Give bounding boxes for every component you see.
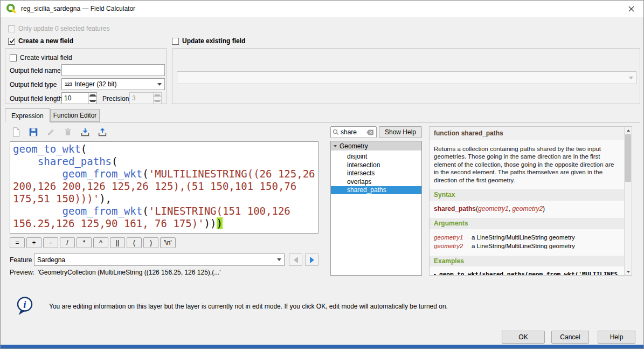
operator-power-button[interactable]: ^ — [93, 237, 108, 248]
previous-feature-button[interactable] — [289, 254, 302, 266]
preview-label: Preview: — [10, 269, 34, 276]
update-existing-field-checkbox[interactable]: Update existing field — [172, 37, 245, 45]
tree-item-label: shared_paths — [347, 186, 386, 194]
operator-newline-button[interactable]: '\n' — [160, 237, 176, 248]
syntax-paren: ) — [543, 205, 545, 213]
create-new-field-checkbox[interactable]: Create a new field — [8, 37, 73, 45]
expression-segment — [13, 155, 38, 167]
output-field-type-label: Output field type — [10, 81, 57, 88]
combo-value: Integer (32 bit) — [75, 80, 117, 88]
example-code: geom_to_wkt(shared_paths(geom_from_wkt('… — [439, 271, 620, 275]
checkbox-label: Update existing field — [182, 37, 245, 45]
expression-editor[interactable]: geom_to_wkt( shared_paths( geom_from_wkt… — [10, 141, 318, 234]
export-arrow-icon — [97, 127, 108, 138]
scroll-down-button[interactable] — [625, 268, 632, 275]
operator-plus-button[interactable]: + — [26, 237, 41, 248]
operator-divide-button[interactable]: / — [60, 237, 75, 248]
tab-expression[interactable]: Expression — [5, 108, 50, 122]
output-field-name-input[interactable] — [61, 64, 165, 76]
close-button[interactable] — [619, 1, 643, 17]
function-search-input[interactable] — [341, 128, 364, 136]
export-expression-button[interactable] — [95, 126, 109, 139]
clear-expression-button[interactable] — [9, 126, 23, 139]
preview-value: 'GeometryCollection (MultiLineString ((1… — [38, 269, 220, 276]
help-description: Returns a collection containing paths sh… — [434, 145, 620, 184]
tree-group-geometry[interactable]: Geometry — [331, 141, 421, 150]
checkbox-label: Only update 0 selected features — [18, 25, 109, 32]
spin-down-button[interactable] — [89, 98, 96, 104]
operator-concat-button[interactable]: || — [110, 237, 125, 248]
feature-select[interactable]: Sardegna — [34, 254, 285, 266]
syntax-arg2: geometry2 — [512, 205, 543, 213]
create-virtual-field-checkbox[interactable]: Create virtual field — [10, 53, 72, 62]
close-icon — [628, 6, 634, 12]
delete-expression-button[interactable] — [61, 126, 75, 139]
argument-description: a LineString/MultiLineString geometry — [472, 234, 575, 242]
checkbox-box — [172, 38, 179, 45]
title-bar[interactable]: reg_sicilia_sardegna — Field Calculator — [1, 1, 643, 17]
spin-up-button[interactable] — [89, 93, 96, 98]
operator-close-paren-button[interactable]: ) — [143, 237, 158, 248]
operator-minus-button[interactable]: - — [43, 237, 58, 248]
expand-triangle-icon — [334, 145, 337, 147]
edit-expression-button[interactable] — [44, 126, 58, 139]
output-field-type-select[interactable]: 123 Integer (32 bit) — [61, 78, 165, 90]
tab-function-editor[interactable]: Function Editor — [50, 109, 100, 122]
save-expression-button[interactable] — [26, 126, 40, 139]
expression-segment — [13, 168, 63, 180]
syntax-header: Syntax — [430, 189, 624, 201]
scrollbar-thumb[interactable] — [625, 134, 631, 182]
help-scrollbar[interactable] — [624, 127, 632, 275]
next-feature-button[interactable] — [305, 254, 318, 266]
chevron-down-icon — [626, 72, 636, 84]
clear-search-icon[interactable] — [366, 129, 374, 136]
argument-row: geometry2 a LineString/MultiLineString g… — [434, 242, 620, 250]
arguments-header: Arguments — [430, 218, 624, 229]
expression-segment: ), — [99, 193, 112, 204]
expression-toolbar — [9, 126, 109, 139]
spinner-value: 3 — [130, 93, 153, 104]
expression-segment: geom_from_wkt — [63, 205, 143, 217]
tree-item-disjoint[interactable]: disjoint — [331, 153, 421, 161]
help-button[interactable]: Help — [598, 331, 635, 344]
tree-item-intersection[interactable]: intersection — [331, 161, 421, 169]
preview-row: Preview: 'GeometryCollection (MultiLineS… — [10, 269, 220, 276]
only-update-selected-checkbox[interactable]: Only update 0 selected features — [8, 24, 109, 33]
arrow-left-icon — [294, 257, 298, 263]
operator-equals-button[interactable]: = — [10, 237, 25, 248]
operator-open-paren-button[interactable]: ( — [127, 237, 142, 248]
syntax-line: shared_paths(geometry1, geometry2) — [434, 205, 620, 213]
syntax-function-name: shared_paths — [434, 205, 476, 213]
scroll-up-button[interactable] — [625, 127, 632, 134]
new-file-icon — [11, 127, 22, 138]
combo-value: Sardegna — [37, 256, 65, 264]
argument-description: a LineString/MultiLineString geometry — [472, 242, 575, 250]
tree-item-label: disjoint — [347, 153, 367, 160]
output-field-name-label: Output field name — [10, 67, 61, 74]
argument-name: geometry1 — [434, 234, 472, 242]
checkmark-icon — [9, 38, 15, 44]
show-help-button[interactable]: Show Help — [379, 126, 422, 138]
output-field-length-spinner[interactable]: 10 — [61, 92, 97, 104]
spin-down-button[interactable] — [154, 98, 161, 104]
tree-item-intersects[interactable]: intersects — [331, 169, 421, 177]
chevron-down-icon — [155, 79, 164, 90]
trash-icon — [63, 127, 73, 137]
import-arrow-icon — [80, 127, 91, 138]
ok-button[interactable]: OK — [502, 331, 545, 344]
operator-multiply-button[interactable]: * — [77, 237, 92, 248]
existing-field-group — [172, 48, 640, 104]
new-field-group: Create virtual field Output field name O… — [5, 48, 167, 104]
function-help-panel: function shared_paths Returns a collecti… — [429, 126, 632, 276]
tree-item-overlaps[interactable]: overlaps — [331, 177, 421, 186]
expression-segment — [13, 205, 63, 217]
checkbox-box — [8, 25, 15, 32]
import-expression-button[interactable] — [78, 126, 92, 139]
bullet-icon — [434, 271, 436, 275]
precision-spinner[interactable]: 3 — [129, 92, 162, 104]
cancel-button[interactable]: Cancel — [551, 331, 589, 344]
help-content: function shared_paths Returns a collecti… — [430, 127, 624, 275]
tree-item-shared-paths[interactable]: shared_paths — [331, 186, 421, 194]
existing-field-select[interactable] — [177, 71, 636, 84]
spin-up-button[interactable] — [154, 93, 161, 98]
